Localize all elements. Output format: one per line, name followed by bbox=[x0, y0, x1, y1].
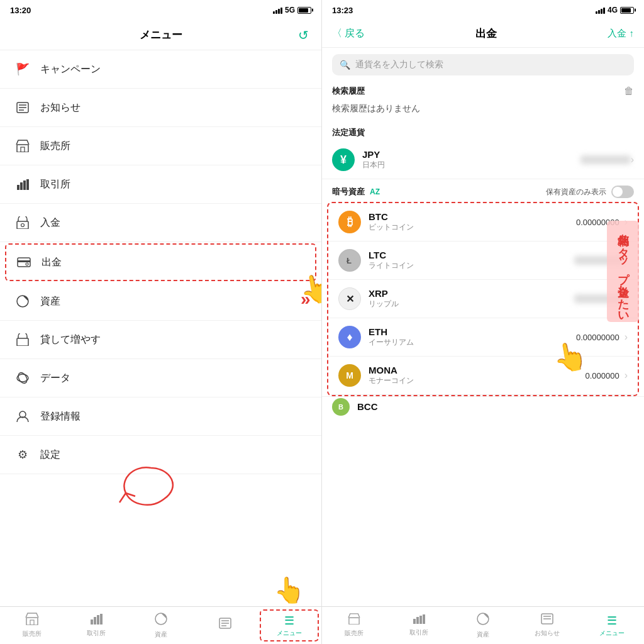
svg-rect-35 bbox=[416, 617, 419, 624]
bcc-info: BCC bbox=[357, 401, 634, 412]
menu-item-lend[interactable]: 貸して増やす bbox=[0, 321, 321, 359]
svg-rect-24 bbox=[97, 615, 99, 625]
assets-icon bbox=[15, 294, 30, 309]
tab-notice-right[interactable]: お知らせ bbox=[515, 607, 579, 644]
tab-exchange-left[interactable]: 取引所 bbox=[64, 607, 128, 644]
campaign-label: キャンペーン bbox=[40, 63, 101, 76]
svg-rect-4 bbox=[17, 145, 28, 152]
menu-title: メニュー bbox=[140, 28, 182, 42]
battery-icon-right bbox=[620, 7, 634, 14]
back-label: 戻る bbox=[345, 27, 365, 40]
shop-icon bbox=[15, 138, 30, 153]
svg-point-14 bbox=[26, 263, 28, 265]
btc-logo: ₿ bbox=[338, 211, 361, 233]
tab-shop-icon-left bbox=[25, 613, 39, 628]
jpy-code: JPY bbox=[362, 149, 580, 160]
withdrawal-label: 出金 bbox=[42, 256, 62, 269]
crypto-header-right: 保有資産のみ表示 bbox=[546, 186, 634, 198]
lend-label: 貸して増やす bbox=[40, 333, 101, 347]
btc-code: BTC bbox=[369, 211, 576, 222]
signal-icon-left bbox=[273, 6, 282, 14]
settings-label: 設定 bbox=[40, 448, 60, 462]
btc-item[interactable]: ₿ BTC ビットコイン 0.00000000 › bbox=[328, 203, 638, 242]
search-bar[interactable]: 🔍 通貨名を入力して検索 bbox=[332, 54, 634, 75]
empty-history-text: 検索履歴はありません bbox=[322, 99, 644, 121]
menu-item-deposit[interactable]: 入金 bbox=[0, 204, 321, 242]
svg-rect-36 bbox=[419, 616, 422, 624]
tab-shop-label-right: 販売所 bbox=[345, 629, 364, 638]
eth-logo: ♦ bbox=[338, 326, 361, 348]
menu-item-settings[interactable]: ⚙ 設定 bbox=[0, 436, 321, 474]
menu-item-assets[interactable]: 資産 bbox=[0, 282, 321, 321]
tab-exchange-icon-left bbox=[90, 613, 103, 628]
tab-notice-icon-right bbox=[541, 613, 553, 628]
search-icon: 🔍 bbox=[340, 60, 350, 70]
menu-item-campaign[interactable]: 🚩 キャンペーン bbox=[0, 50, 321, 89]
tab-assets-left[interactable]: 資産 bbox=[128, 607, 192, 644]
eth-chevron: › bbox=[625, 331, 628, 343]
right-panel: 13:23 4G 〈 戻る 出金 入金 ↑ 🔍 通貨名を入力し bbox=[322, 0, 644, 644]
jpy-item[interactable]: ¥ JPY 日本円 › bbox=[322, 141, 644, 179]
tab-menu-left[interactable]: ☰ メニュー 👆 bbox=[257, 607, 321, 644]
mona-item[interactable]: M MONA モナーコイン 0.000000 › bbox=[328, 357, 638, 395]
deposit-button[interactable]: 入金 ↑ bbox=[608, 28, 634, 40]
right-header: 〈 戻る 出金 入金 ↑ bbox=[322, 20, 644, 48]
mona-info: MONA モナーコイン bbox=[369, 365, 585, 386]
status-right-right: 4G bbox=[596, 6, 634, 14]
lend-icon bbox=[15, 332, 30, 347]
menu-item-notice[interactable]: お知らせ bbox=[0, 89, 321, 127]
menu-item-registration[interactable]: 登録情報 bbox=[0, 397, 321, 436]
xrp-info: XRP リップル bbox=[369, 288, 574, 309]
bcc-item-partial[interactable]: B BCC bbox=[322, 396, 644, 416]
tab-notice-left[interactable] bbox=[193, 607, 257, 644]
svg-rect-37 bbox=[423, 614, 425, 624]
assets-label: 資産 bbox=[40, 295, 60, 308]
xrp-item[interactable]: ✕ XRP リップル › bbox=[328, 280, 638, 318]
svg-rect-8 bbox=[23, 180, 26, 190]
delete-history-icon[interactable]: 🗑 bbox=[624, 86, 634, 97]
time-left: 13:20 bbox=[10, 6, 31, 15]
jpy-logo: ¥ bbox=[332, 148, 355, 171]
tab-menu-right[interactable]: ☰ メニュー bbox=[580, 607, 644, 644]
svg-rect-21 bbox=[30, 620, 34, 625]
jpy-chevron: › bbox=[631, 154, 634, 165]
status-right-left: 5G bbox=[273, 6, 311, 14]
crypto-dashed-box: ₿ BTC ビットコイン 0.00000000 › Ł LTC ライトコイン › bbox=[327, 202, 639, 396]
refresh-icon[interactable]: ↺ bbox=[298, 28, 309, 43]
back-button[interactable]: 〈 戻る bbox=[332, 27, 365, 40]
left-header: メニュー ↺ bbox=[0, 20, 321, 50]
fiat-header: 法定通貨 bbox=[322, 121, 644, 141]
tab-bar-right: 販売所 取引所 資産 お知らせ ☰ メニュー bbox=[322, 606, 644, 644]
xrp-code: XRP bbox=[369, 288, 574, 299]
btc-info: BTC ビットコイン bbox=[369, 211, 576, 233]
filter-toggle[interactable] bbox=[611, 186, 634, 198]
tab-exchange-right[interactable]: 取引所 bbox=[386, 607, 450, 644]
tab-shop-left[interactable]: 販売所 bbox=[0, 607, 64, 644]
bcc-code: BCC bbox=[357, 401, 634, 412]
menu-item-shop[interactable]: 販売所 bbox=[0, 127, 321, 165]
tab-assets-icon-left bbox=[154, 612, 168, 629]
ltc-item[interactable]: Ł LTC ライトコイン › bbox=[328, 242, 638, 280]
svg-rect-9 bbox=[26, 179, 29, 190]
tab-assets-label-left: 資産 bbox=[155, 630, 167, 639]
jpy-amount bbox=[580, 155, 631, 164]
ltc-chevron: › bbox=[625, 255, 628, 266]
search-history-header: 検索履歴 🗑 bbox=[322, 79, 644, 99]
eth-item[interactable]: ♦ ETH イーサリアム 0.00000000 › bbox=[328, 318, 638, 357]
ltc-code: LTC bbox=[369, 250, 574, 260]
menu-item-withdrawal[interactable]: 出金 bbox=[6, 245, 315, 280]
tab-bar-left: 販売所 取引所 資産 ☰ メニュー 👆 bbox=[0, 606, 321, 644]
menu-item-exchange[interactable]: 取引所 bbox=[0, 165, 321, 204]
tab-assets-right[interactable]: 資産 bbox=[451, 607, 515, 644]
registration-icon bbox=[15, 409, 30, 424]
mona-name: モナーコイン bbox=[369, 375, 585, 386]
svg-rect-23 bbox=[94, 617, 96, 625]
svg-rect-33 bbox=[349, 618, 359, 625]
az-badge[interactable]: AZ bbox=[370, 187, 380, 196]
menu-item-data[interactable]: データ bbox=[0, 359, 321, 397]
data-label: データ bbox=[40, 372, 70, 385]
menu-list: 🚩 キャンペーン お知らせ 販売所 取引所 bbox=[0, 50, 321, 606]
withdrawal-icon bbox=[16, 255, 31, 270]
exchange-icon bbox=[15, 177, 30, 192]
tab-shop-right[interactable]: 販売所 bbox=[322, 607, 386, 644]
